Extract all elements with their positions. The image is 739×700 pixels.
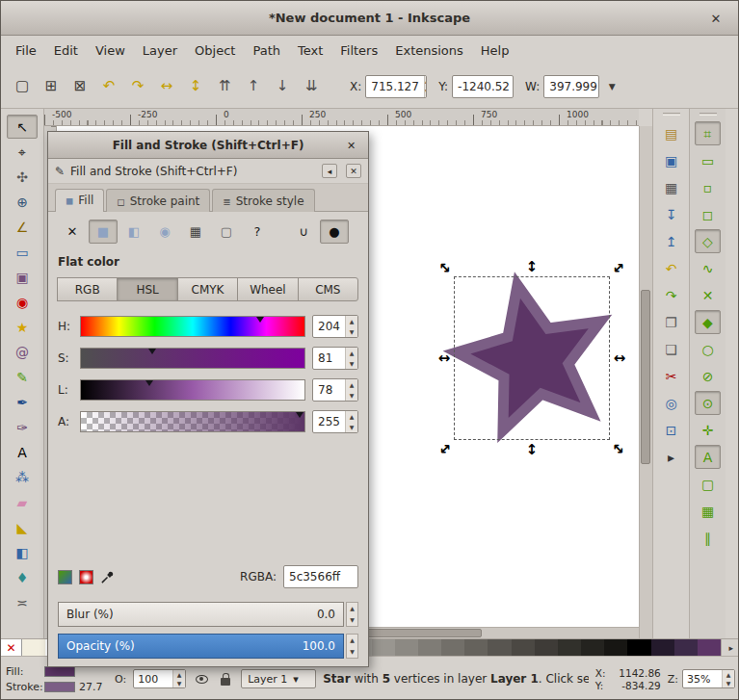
tool-gradient[interactable]: ◧: [7, 540, 38, 564]
menu-edit[interactable]: Edit: [45, 39, 87, 63]
palette-swatch[interactable]: [464, 639, 488, 656]
panel-collapse-button[interactable]: ◂: [322, 164, 337, 178]
fill-swatch[interactable]: [44, 666, 75, 677]
cut-button[interactable]: ✂: [658, 364, 684, 388]
saturation-spinner[interactable]: ▲▼: [345, 348, 357, 369]
tool-measure[interactable]: ∠: [7, 215, 38, 239]
snap-object-centers-button[interactable]: ⊙: [695, 391, 721, 415]
gradient-swatch-button[interactable]: [58, 570, 72, 584]
menu-file[interactable]: File: [7, 39, 45, 63]
rotate-cw-button[interactable]: ↷: [124, 73, 151, 100]
spin-down-icon[interactable]: ▼: [425, 87, 427, 97]
tool-selector[interactable]: ↖: [7, 115, 38, 139]
paste-button[interactable]: ❏: [658, 337, 684, 361]
vertical-scrollbar[interactable]: [639, 126, 652, 638]
spin-up-icon[interactable]: ▲: [425, 76, 427, 87]
redo-button[interactable]: ↷: [658, 283, 684, 307]
paint-flat-color-button[interactable]: ■: [89, 220, 118, 244]
tool-dropper[interactable]: ♦: [7, 565, 38, 589]
tool-node-editor[interactable]: ⌖: [7, 140, 38, 164]
copy-button[interactable]: ❐: [658, 310, 684, 334]
lightness-spinner[interactable]: ▲▼: [345, 379, 357, 401]
slider-marker[interactable]: [148, 349, 156, 354]
palette-swatch[interactable]: [395, 639, 418, 656]
layer-lock-toggle[interactable]: [217, 670, 234, 687]
toolbar-grip[interactable]: [663, 113, 680, 116]
scale-handle-w[interactable]: ↔: [437, 351, 451, 365]
titlebar[interactable]: *New document 1 - Inkscape ✕: [1, 1, 738, 36]
tool-rectangle[interactable]: ▭: [7, 240, 38, 264]
saturation-slider[interactable]: [80, 348, 305, 369]
lower-button[interactable]: ↓: [269, 73, 296, 100]
flip-vertical-button[interactable]: ↕: [182, 73, 209, 100]
raise-button[interactable]: ↑: [240, 73, 267, 100]
hue-slider[interactable]: [80, 316, 305, 337]
import-button[interactable]: ↧: [658, 202, 684, 226]
tool-text[interactable]: A: [7, 440, 38, 464]
fill-rule-evenodd-button[interactable]: ∪: [289, 220, 318, 244]
slider-marker[interactable]: [296, 412, 304, 418]
snap-cusp-nodes-button[interactable]: ◆: [695, 310, 721, 334]
paint-none-button[interactable]: ✕: [58, 220, 87, 244]
vertical-scrollbar-thumb[interactable]: [641, 290, 650, 464]
w-input[interactable]: 397.999 ▲ ▼: [543, 75, 599, 98]
snap-nodes-button[interactable]: ◇: [695, 229, 721, 253]
save-button[interactable]: ▣: [658, 148, 684, 172]
mode-wheel-button[interactable]: Wheel: [237, 277, 298, 301]
spin-up-icon[interactable]: ▲: [346, 316, 357, 326]
snap-bbox-edges-button[interactable]: ▫: [695, 175, 721, 199]
alpha-spinner[interactable]: ▲▼: [345, 411, 357, 432]
x-spinner[interactable]: ▲ ▼: [424, 76, 427, 97]
palette-swatch[interactable]: [441, 639, 464, 656]
tool-spiral[interactable]: @: [7, 340, 38, 364]
zoom-spinner[interactable]: ▲ ▼: [722, 670, 734, 687]
lightness-input[interactable]: 78 ▲▼: [312, 378, 358, 402]
layer-selector[interactable]: Layer 1 ▾: [241, 669, 316, 688]
menu-text[interactable]: Text: [289, 39, 331, 63]
paint-unknown-button[interactable]: ?: [243, 220, 272, 244]
snap-rotation-centers-button[interactable]: ✛: [695, 418, 721, 442]
layer-visibility-toggle[interactable]: [193, 670, 210, 687]
dialog-titlebar[interactable]: Fill and Stroke (Shift+Ctrl+F) ✕: [48, 132, 368, 159]
palette-scroll-button[interactable]: ▸: [721, 639, 739, 656]
tool-connector[interactable]: ≍: [7, 590, 38, 614]
horizontal-ruler[interactable]: -500-25002505007501000: [44, 109, 639, 126]
lightness-slider[interactable]: [80, 379, 305, 401]
tab-stroke-paint[interactable]: ◻ Stroke paint: [106, 189, 210, 212]
tool-3dbox[interactable]: ▣: [7, 265, 38, 289]
blur-slider[interactable]: Blur (%) 0.0: [58, 602, 344, 627]
no-color-swatch[interactable]: ✕: [1, 639, 22, 656]
raise-to-top-button[interactable]: ⇈: [211, 73, 238, 100]
palette-swatch[interactable]: [535, 639, 558, 656]
palette-swatch[interactable]: [627, 639, 650, 656]
tool-star[interactable]: ★: [7, 315, 38, 339]
menu-object[interactable]: Object: [186, 39, 244, 63]
spin-down-icon[interactable]: ▼: [347, 646, 357, 658]
alpha-input[interactable]: 255 ▲▼: [312, 410, 358, 433]
spin-down-icon[interactable]: ▼: [346, 390, 357, 401]
menu-extensions[interactable]: Extensions: [386, 39, 472, 63]
scale-handle-e[interactable]: ↔: [613, 351, 626, 365]
menu-view[interactable]: View: [87, 39, 134, 63]
tool-spray[interactable]: ⁂: [7, 465, 38, 489]
scale-handle-n[interactable]: ↕: [525, 260, 539, 273]
blur-spinner[interactable]: ▲▼: [346, 602, 358, 627]
palette-swatch[interactable]: [418, 639, 441, 656]
tab-stroke-style[interactable]: ≣ Stroke style: [212, 189, 314, 212]
rotate-ccw-button[interactable]: ↶: [95, 73, 122, 100]
snap-paths-button[interactable]: ∿: [695, 256, 721, 280]
palette-swatch[interactable]: [604, 639, 627, 656]
slider-marker[interactable]: [145, 380, 153, 386]
snap-page-border-button[interactable]: ▢: [695, 472, 721, 496]
saturation-input[interactable]: 81 ▲▼: [312, 347, 358, 370]
toolbar-grip[interactable]: [699, 113, 717, 116]
object-opacity-input[interactable]: 100 ▲ ▼: [133, 669, 186, 688]
open-button[interactable]: ▤: [658, 121, 684, 145]
tool-eraser[interactable]: ▰: [7, 490, 38, 514]
mode-cms-button[interactable]: CMS: [298, 277, 358, 301]
spin-down-icon[interactable]: ▼: [346, 326, 357, 337]
scale-handle-s[interactable]: ↕: [525, 443, 539, 456]
flip-horizontal-button[interactable]: ↔: [153, 73, 180, 100]
spin-down-icon[interactable]: ▼: [173, 679, 185, 687]
palette-swatch[interactable]: [512, 639, 535, 656]
